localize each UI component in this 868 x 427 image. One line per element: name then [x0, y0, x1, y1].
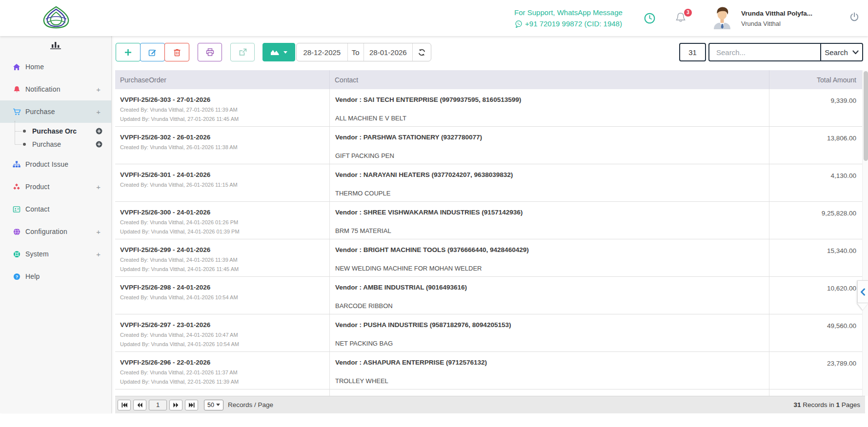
purchase-order-row[interactable]: VVPFI-25/26-300 - 24-01-2026 Created By:…	[115, 202, 862, 239]
support-phone: +91 72019 99872 (CID: 1948)	[525, 18, 622, 29]
company-logo[interactable]	[40, 5, 73, 30]
sidebar-item-notification[interactable]: Notification +	[0, 78, 111, 100]
chevron-down-icon	[852, 50, 859, 55]
date-to-input[interactable]: 28-01-2026	[364, 43, 413, 61]
records-summary: 31 Records in 1 Pages	[793, 401, 860, 408]
sidebar-item-purchase[interactable]: Purchase +	[0, 100, 111, 123]
table-header: PurchaseOrder Contact Total Amount	[115, 70, 862, 89]
search-input[interactable]	[709, 44, 820, 60]
vendor-name: Vendor : SAI TECH ENTERPRISE (9979937595…	[335, 96, 764, 103]
refresh-button[interactable]	[413, 43, 431, 61]
date-to-label: To	[348, 43, 364, 61]
purchase-order-row[interactable]: VVPFI-25/26-302 - 26-01-2026 Created By:…	[115, 127, 862, 164]
created-by: Created By: Vrunda Vitthal, 22-01-2026 1…	[120, 369, 324, 375]
vendor-name: Vendor : BRIGHT MACHINE TOOLS (937666644…	[335, 246, 764, 253]
prev-page-icon	[137, 403, 142, 408]
sidebar-item-system[interactable]: System +	[0, 243, 111, 265]
sidebar-item-product[interactable]: Product +	[0, 175, 111, 198]
sidebar-item-product-issue[interactable]: Product Issue	[0, 153, 111, 175]
po-number: VVPFI-25/26-300 - 24-01-2026	[120, 209, 324, 216]
side-panel-toggle[interactable]	[857, 280, 868, 303]
created-by: Created By: Vrunda Vitthal, 24-01-2026 1…	[120, 257, 324, 263]
next-page-icon	[173, 403, 179, 408]
sidebar-item-help[interactable]: ? Help	[0, 265, 111, 288]
print-button[interactable]	[198, 43, 222, 61]
notifications-bell[interactable]: 3	[675, 12, 690, 26]
item-description: THERMO COUPLE	[335, 190, 390, 197]
record-count-box[interactable]: 31	[679, 43, 706, 61]
sidebar-item-contact[interactable]: Contact	[0, 198, 111, 220]
po-number: VVPFI-25/26-296 - 22-01-2026	[120, 359, 324, 366]
po-number: VVPFI-25/26-297 - 23-01-2026	[120, 321, 324, 329]
purchase-order-row[interactable]: VVPFI-25/26-297 - 23-01-2026 Created By:…	[115, 314, 862, 352]
user-name[interactable]: Vrunda Vitthal Polyfa...	[741, 10, 812, 17]
purchase-order-row[interactable]: VVPFI-25/26-296 - 22-01-2026 Created By:…	[115, 352, 862, 389]
logo-ornament-icon	[40, 5, 73, 30]
user-avatar[interactable]	[712, 6, 732, 29]
column-header-purchase-order[interactable]: PurchaseOrder	[115, 70, 330, 89]
expand-plus: +	[96, 250, 101, 258]
search-button[interactable]: Search	[820, 44, 862, 60]
top-header: For Support, WhatsApp Message +91 72019 …	[0, 0, 868, 36]
purchase-order-row[interactable]: VVPFI-25/26-299 - 24-01-2026 Created By:…	[115, 239, 862, 277]
first-page-button[interactable]	[118, 400, 131, 410]
po-number: VVPFI-25/26-299 - 24-01-2026	[120, 246, 324, 253]
updated-by: Updated By: Vrunda Vitthal, 22-01-2026 1…	[120, 379, 324, 385]
delete-button[interactable]	[164, 43, 189, 61]
purchase-order-row[interactable]: VVPFI-25/26-303 - 27-01-2026 Created By:…	[115, 89, 862, 127]
vendor-name: Vendor : PUSHA INDUSTRIES (9587182976, 8…	[335, 321, 764, 329]
add-circle-icon[interactable]	[96, 128, 102, 135]
prev-page-button[interactable]	[133, 400, 146, 410]
total-amount: 17,494.00	[769, 389, 862, 396]
chart-view-button[interactable]	[262, 43, 295, 61]
item-description: ALL MACHIEN E V BELT	[335, 115, 406, 122]
home-icon	[12, 63, 21, 71]
purchase-order-row[interactable]: VVPFI-25/26-295 - 21-01-2026 Vendor : PE…	[115, 389, 862, 396]
sidebar-subitem-purchase-order[interactable]: Purchase Orc	[0, 124, 111, 137]
add-circle-icon[interactable]	[96, 141, 102, 148]
date-from-input[interactable]: 28-12-2025	[297, 43, 348, 61]
records-per-page-label: Records / Page	[228, 401, 273, 408]
purchase-order-row[interactable]: VVPFI-25/26-301 - 24-01-2026 Created By:…	[115, 164, 862, 202]
export-button[interactable]	[230, 43, 255, 61]
sidebar-item-home[interactable]: Home	[0, 56, 111, 78]
updated-by: Updated By: Vrunda Vitthal, 24-01-2026 1…	[120, 266, 324, 272]
caret-down-icon	[283, 51, 287, 54]
life-ring-icon	[12, 251, 21, 258]
column-header-contact[interactable]: Contact	[330, 70, 769, 89]
sidebar-subitem-purchase[interactable]: Purchase	[0, 137, 111, 151]
edit-button[interactable]	[140, 43, 165, 61]
date-range-filter: 28-12-2025 To 28-01-2026	[296, 43, 431, 61]
vendor-name: Vendor : NARAYANI HEATERS (9377024207, 9…	[335, 171, 764, 178]
updated-by: Updated By: Vrunda Vitthal, 24-01-2026 1…	[120, 341, 324, 347]
scrollbar-thumb[interactable]	[864, 71, 868, 161]
refresh-icon	[418, 49, 425, 56]
dashboard-chart-icon[interactable]	[0, 41, 111, 49]
caret-down-icon	[216, 404, 220, 406]
logout-power-icon[interactable]	[850, 12, 859, 24]
page-size-select[interactable]: 50	[204, 400, 223, 410]
printer-icon	[206, 48, 214, 56]
purchase-order-row[interactable]: VVPFI-25/26-298 - 24-01-2026 Created By:…	[115, 277, 862, 314]
clock-icon[interactable]	[644, 13, 655, 26]
add-button[interactable]	[116, 43, 141, 61]
first-page-icon	[121, 403, 127, 408]
sidebar-item-configuration[interactable]: Configuration +	[0, 220, 111, 243]
notification-count-badge: 3	[684, 9, 692, 17]
total-amount: 10,620.00	[769, 277, 862, 314]
edit-icon	[148, 48, 157, 57]
expand-plus: +	[96, 85, 101, 94]
search-bar: Search	[708, 43, 863, 61]
whatsapp-icon	[515, 20, 523, 28]
last-page-button[interactable]	[185, 400, 198, 410]
po-number: VVPFI-25/26-301 - 24-01-2026	[120, 171, 324, 178]
column-header-total-amount[interactable]: Total Amount	[769, 70, 862, 89]
cubes-icon	[12, 183, 21, 190]
created-by: Created By: Vrunda Vitthal, 24-01-2026 0…	[120, 219, 324, 225]
vendor-name: Vendor : SHREE VISHWAKARMA INDUSTRIES (9…	[335, 209, 764, 216]
page-number-input[interactable]	[149, 400, 167, 410]
next-page-button[interactable]	[169, 400, 182, 410]
item-description: NEW WELDING MACHINE FOR MOHAN WELDER	[335, 265, 482, 272]
chevron-left-icon	[860, 288, 866, 296]
globe-icon	[12, 228, 21, 235]
